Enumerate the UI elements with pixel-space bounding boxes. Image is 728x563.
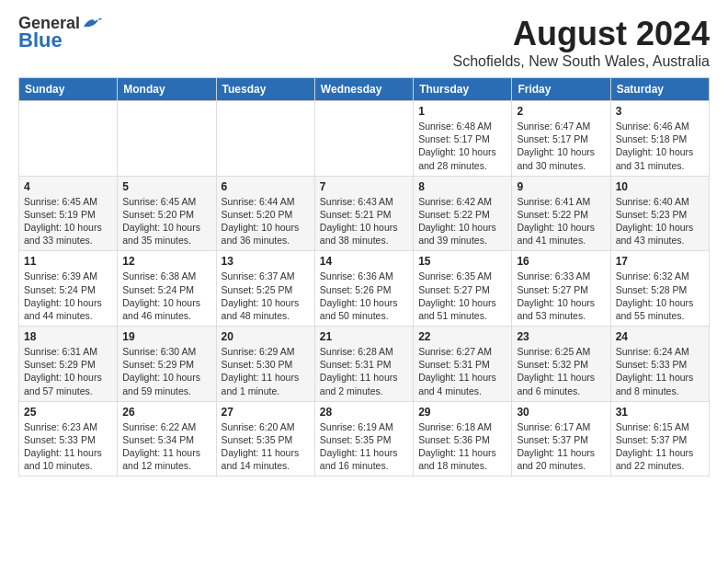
weekday-header-friday: Friday <box>512 78 610 101</box>
calendar-cell: 4Sunrise: 6:45 AM Sunset: 5:19 PM Daylig… <box>19 176 118 251</box>
calendar-cell: 26Sunrise: 6:22 AM Sunset: 5:34 PM Dayli… <box>118 401 216 477</box>
calendar-body: 1Sunrise: 6:48 AM Sunset: 5:17 PM Daylig… <box>19 101 710 477</box>
day-number: 25 <box>24 406 112 419</box>
day-number: 19 <box>122 330 210 343</box>
day-number: 16 <box>517 255 605 268</box>
day-info: Sunrise: 6:33 AM Sunset: 5:27 PM Dayligh… <box>517 270 605 322</box>
day-info: Sunrise: 6:43 AM Sunset: 5:21 PM Dayligh… <box>320 195 408 247</box>
weekday-header-sunday: Sunday <box>19 78 118 101</box>
day-number: 18 <box>24 330 112 343</box>
day-number: 23 <box>517 330 605 343</box>
weekday-header-thursday: Thursday <box>414 78 512 101</box>
day-number: 30 <box>517 406 605 419</box>
day-info: Sunrise: 6:31 AM Sunset: 5:29 PM Dayligh… <box>24 345 112 397</box>
calendar-cell: 3Sunrise: 6:46 AM Sunset: 5:18 PM Daylig… <box>610 101 709 177</box>
day-number: 9 <box>517 180 605 193</box>
day-info: Sunrise: 6:22 AM Sunset: 5:34 PM Dayligh… <box>122 420 210 473</box>
day-number: 24 <box>616 330 704 343</box>
day-info: Sunrise: 6:20 AM Sunset: 5:35 PM Dayligh… <box>222 420 310 473</box>
day-number: 31 <box>616 406 704 419</box>
day-number: 29 <box>418 406 506 419</box>
calendar-cell: 27Sunrise: 6:20 AM Sunset: 5:35 PM Dayli… <box>216 401 314 477</box>
calendar-cell: 22Sunrise: 6:27 AM Sunset: 5:31 PM Dayli… <box>414 327 512 402</box>
day-info: Sunrise: 6:30 AM Sunset: 5:29 PM Dayligh… <box>122 345 210 397</box>
calendar-cell <box>118 101 216 177</box>
day-info: Sunrise: 6:36 AM Sunset: 5:26 PM Dayligh… <box>320 270 408 322</box>
day-info: Sunrise: 6:18 AM Sunset: 5:36 PM Dayligh… <box>418 420 506 473</box>
calendar-cell: 16Sunrise: 6:33 AM Sunset: 5:27 PM Dayli… <box>512 251 610 327</box>
day-number: 11 <box>24 255 112 268</box>
calendar-cell: 21Sunrise: 6:28 AM Sunset: 5:31 PM Dayli… <box>314 327 413 402</box>
calendar-cell <box>216 101 314 177</box>
day-number: 10 <box>616 180 704 193</box>
calendar-cell: 17Sunrise: 6:32 AM Sunset: 5:28 PM Dayli… <box>610 251 709 327</box>
weekday-header-row: SundayMondayTuesdayWednesdayThursdayFrid… <box>19 78 710 101</box>
logo-bird-icon <box>82 16 102 30</box>
calendar-cell: 10Sunrise: 6:40 AM Sunset: 5:23 PM Dayli… <box>610 176 709 251</box>
weekday-header-monday: Monday <box>118 78 216 101</box>
day-info: Sunrise: 6:15 AM Sunset: 5:37 PM Dayligh… <box>616 420 704 473</box>
day-number: 8 <box>418 180 506 193</box>
day-number: 12 <box>122 255 210 268</box>
calendar-cell: 25Sunrise: 6:23 AM Sunset: 5:33 PM Dayli… <box>19 401 118 477</box>
day-info: Sunrise: 6:46 AM Sunset: 5:18 PM Dayligh… <box>616 120 704 172</box>
day-number: 21 <box>320 330 408 343</box>
weekday-header-wednesday: Wednesday <box>314 78 413 101</box>
day-info: Sunrise: 6:23 AM Sunset: 5:33 PM Dayligh… <box>24 420 112 473</box>
logo: General Blue <box>18 15 102 52</box>
day-number: 2 <box>517 105 605 118</box>
day-info: Sunrise: 6:24 AM Sunset: 5:33 PM Dayligh… <box>616 345 704 397</box>
day-info: Sunrise: 6:47 AM Sunset: 5:17 PM Dayligh… <box>517 120 605 172</box>
day-number: 28 <box>320 406 408 419</box>
calendar-cell: 30Sunrise: 6:17 AM Sunset: 5:37 PM Dayli… <box>512 401 610 477</box>
day-number: 26 <box>122 406 210 419</box>
day-info: Sunrise: 6:39 AM Sunset: 5:24 PM Dayligh… <box>24 270 112 322</box>
calendar-title: August 2024 <box>452 15 710 53</box>
day-number: 14 <box>320 255 408 268</box>
day-info: Sunrise: 6:19 AM Sunset: 5:35 PM Dayligh… <box>320 420 408 473</box>
day-info: Sunrise: 6:42 AM Sunset: 5:22 PM Dayligh… <box>418 195 506 247</box>
day-info: Sunrise: 6:17 AM Sunset: 5:37 PM Dayligh… <box>517 420 605 473</box>
calendar-week-5: 25Sunrise: 6:23 AM Sunset: 5:33 PM Dayli… <box>19 401 710 477</box>
day-number: 13 <box>222 255 310 268</box>
day-info: Sunrise: 6:32 AM Sunset: 5:28 PM Dayligh… <box>616 270 704 322</box>
calendar-cell: 31Sunrise: 6:15 AM Sunset: 5:37 PM Dayli… <box>610 401 709 477</box>
calendar-cell: 9Sunrise: 6:41 AM Sunset: 5:22 PM Daylig… <box>512 176 610 251</box>
day-number: 17 <box>616 255 704 268</box>
day-info: Sunrise: 6:25 AM Sunset: 5:32 PM Dayligh… <box>517 345 605 397</box>
calendar-cell: 18Sunrise: 6:31 AM Sunset: 5:29 PM Dayli… <box>19 327 118 402</box>
page-header: General Blue August 2024 Schofields, New… <box>18 15 710 70</box>
day-number: 4 <box>24 180 112 193</box>
calendar-cell: 8Sunrise: 6:42 AM Sunset: 5:22 PM Daylig… <box>414 176 512 251</box>
calendar-cell <box>19 101 118 177</box>
calendar-header: SundayMondayTuesdayWednesdayThursdayFrid… <box>19 78 710 101</box>
calendar-cell: 19Sunrise: 6:30 AM Sunset: 5:29 PM Dayli… <box>118 327 216 402</box>
calendar-week-2: 4Sunrise: 6:45 AM Sunset: 5:19 PM Daylig… <box>19 176 710 251</box>
calendar-cell: 7Sunrise: 6:43 AM Sunset: 5:21 PM Daylig… <box>314 176 413 251</box>
calendar-cell: 13Sunrise: 6:37 AM Sunset: 5:25 PM Dayli… <box>216 251 314 327</box>
calendar-cell: 23Sunrise: 6:25 AM Sunset: 5:32 PM Dayli… <box>512 327 610 402</box>
day-number: 15 <box>418 255 506 268</box>
calendar-table: SundayMondayTuesdayWednesdayThursdayFrid… <box>18 77 710 477</box>
day-info: Sunrise: 6:41 AM Sunset: 5:22 PM Dayligh… <box>517 195 605 247</box>
calendar-cell: 12Sunrise: 6:38 AM Sunset: 5:24 PM Dayli… <box>118 251 216 327</box>
day-info: Sunrise: 6:45 AM Sunset: 5:20 PM Dayligh… <box>122 195 210 247</box>
calendar-cell: 29Sunrise: 6:18 AM Sunset: 5:36 PM Dayli… <box>414 401 512 477</box>
calendar-cell <box>314 101 413 177</box>
day-info: Sunrise: 6:40 AM Sunset: 5:23 PM Dayligh… <box>616 195 704 247</box>
day-info: Sunrise: 6:35 AM Sunset: 5:27 PM Dayligh… <box>418 270 506 322</box>
calendar-cell: 14Sunrise: 6:36 AM Sunset: 5:26 PM Dayli… <box>314 251 413 327</box>
calendar-cell: 11Sunrise: 6:39 AM Sunset: 5:24 PM Dayli… <box>19 251 118 327</box>
calendar-subtitle: Schofields, New South Wales, Australia <box>452 53 710 70</box>
calendar-week-3: 11Sunrise: 6:39 AM Sunset: 5:24 PM Dayli… <box>19 251 710 327</box>
day-info: Sunrise: 6:29 AM Sunset: 5:30 PM Dayligh… <box>222 345 310 397</box>
calendar-cell: 2Sunrise: 6:47 AM Sunset: 5:17 PM Daylig… <box>512 101 610 177</box>
day-number: 27 <box>222 406 310 419</box>
calendar-cell: 20Sunrise: 6:29 AM Sunset: 5:30 PM Dayli… <box>216 327 314 402</box>
day-number: 1 <box>418 105 506 118</box>
logo-blue: Blue <box>18 29 63 52</box>
day-info: Sunrise: 6:44 AM Sunset: 5:20 PM Dayligh… <box>222 195 310 247</box>
calendar-week-1: 1Sunrise: 6:48 AM Sunset: 5:17 PM Daylig… <box>19 101 710 177</box>
calendar-cell: 6Sunrise: 6:44 AM Sunset: 5:20 PM Daylig… <box>216 176 314 251</box>
calendar-cell: 24Sunrise: 6:24 AM Sunset: 5:33 PM Dayli… <box>610 327 709 402</box>
